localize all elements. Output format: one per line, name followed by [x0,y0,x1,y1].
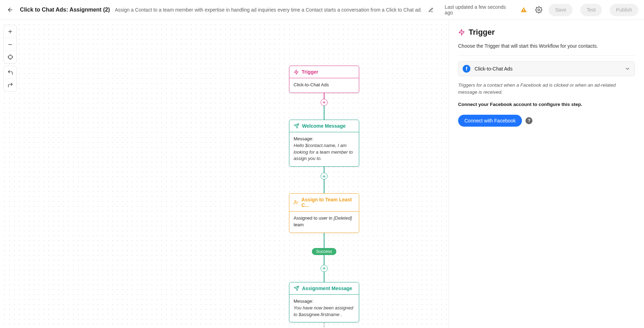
gear-icon [535,6,542,13]
node-assignment-title: Assignment Message [302,286,352,291]
redo-button[interactable] [4,79,16,91]
node-trigger-body: Click-to-Chat Ads [294,82,329,87]
connect-facebook-button[interactable]: Connect with Facebook [458,115,522,127]
node-welcome-title: Welcome Message [302,123,346,129]
node-assign-deleted: [Deleted] [334,215,352,221]
undo-button[interactable] [4,66,16,79]
workflow-title: Click to Chat Ads: Assignment (2) [20,7,110,13]
bolt-icon [294,69,299,75]
publish-button[interactable]: Publish [610,4,638,16]
trigger-hint-text: Triggers for a contact when a Facebook a… [458,82,635,96]
warning-button[interactable] [519,5,529,15]
svg-marker-16 [459,29,464,35]
minus-icon [7,42,13,47]
node-welcome-message[interactable]: Welcome Message Message: Hello $contact.… [289,120,359,167]
pencil-icon [428,7,434,13]
node-assignment-body-label: Message: [294,298,355,305]
send-icon [294,286,299,291]
node-assign-prefix: Assigned to user in [294,215,334,221]
node-trigger[interactable]: Trigger Click-to-Chat Ads [289,66,359,93]
node-assignment-message[interactable]: Assignment Message Message: You have now… [289,282,359,323]
main-area: Trigger Click-to-Chat Ads + Welcome Mess… [0,20,644,328]
back-button[interactable] [6,5,15,15]
user-check-icon [294,200,298,205]
redo-icon [7,82,13,88]
node-assignment-body-text: You have now been assigned to $assignee.… [294,305,355,318]
top-header: Click to Chat Ads: Assignment (2) Assign… [0,0,644,20]
add-step-after-assign[interactable]: + [321,265,328,272]
save-button[interactable]: Save [549,4,572,16]
panel-title-text: Trigger [469,28,495,37]
bolt-icon [458,29,465,36]
node-welcome-body-label: Message: [294,136,355,142]
edit-title-button[interactable] [427,6,435,14]
last-updated-text: Last updated a few seconds ago [445,4,512,15]
svg-point-13 [295,201,296,202]
node-assign-title: Assign to Team Least C... [301,197,355,208]
panel-title-row: Trigger [458,28,635,37]
svg-marker-10 [294,70,298,74]
flow-column: Trigger Click-to-Chat Ads + Welcome Mess… [289,66,359,328]
add-step-after-welcome[interactable]: + [321,173,328,180]
undo-icon [7,69,13,75]
chevron-down-icon [625,66,630,72]
node-trigger-title: Trigger [302,69,318,75]
warning-triangle-icon [520,6,527,13]
canvas-toolbar [4,25,17,92]
workflow-canvas[interactable]: Trigger Click-to-Chat Ads + Welcome Mess… [0,20,449,328]
arrow-left-icon [7,7,13,13]
crosshair-icon [7,54,13,60]
fit-view-button[interactable] [4,51,16,63]
plus-icon [7,29,13,34]
add-step-after-trigger[interactable]: + [321,99,328,106]
node-assign-team[interactable]: Assign to Team Least C... Assigned to us… [289,193,359,233]
workflow-subtitle: Assign a Contact to a team member with e… [115,7,422,13]
settings-button[interactable] [534,5,544,15]
help-button[interactable]: ? [525,117,532,124]
facebook-icon: f [463,65,470,73]
trigger-select-value: Click-to-Chat Ads [475,66,620,72]
zoom-out-button[interactable] [4,38,16,51]
node-welcome-body-text: Hello $contact.name, I am looking for a … [294,142,355,162]
svg-point-1 [538,9,540,11]
status-success-pill: Success [312,248,336,255]
panel-description: Choose the Trigger that will start this … [458,42,635,50]
trigger-select[interactable]: f Click-to-Chat Ads [458,61,635,76]
details-panel: Trigger Choose the Trigger that will sta… [449,20,644,328]
node-assign-suffix: team [294,222,304,227]
send-icon [294,123,299,129]
zoom-in-button[interactable] [4,25,16,38]
trigger-connect-hint: Connect your Facebook account to configu… [458,102,635,107]
test-button[interactable]: Test [580,4,602,16]
